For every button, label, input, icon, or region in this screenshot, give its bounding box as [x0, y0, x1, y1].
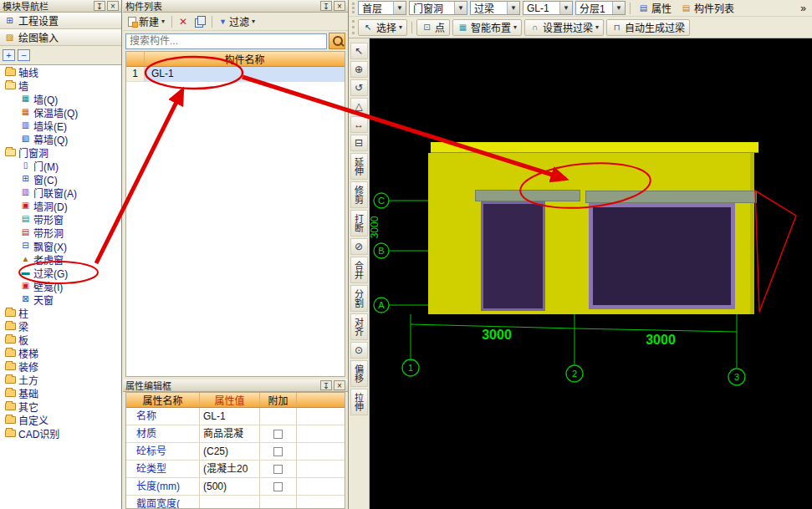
attach-checkbox[interactable] — [273, 482, 283, 491]
layer-dropdown[interactable]: 分层1▼ — [575, 1, 626, 15]
toolbar-grip[interactable] — [352, 20, 355, 34]
scissors-tool-icon[interactable]: ⊘ — [350, 238, 368, 255]
align-tool-button[interactable]: 对齐 — [350, 313, 368, 340]
tree-item-door[interactable]: ▯门(M) — [0, 159, 121, 172]
crosshair-tool-icon[interactable]: ⊕ — [350, 61, 368, 78]
span-dimension-2: 3000 — [646, 333, 676, 347]
expand-all-button[interactable]: + — [3, 49, 15, 61]
header-corner-cell — [126, 52, 145, 66]
attributes-button[interactable]: ▤ 属性 — [635, 1, 675, 16]
tree-item-other[interactable]: 其它 — [0, 400, 121, 413]
smart-layout-button[interactable]: ▦ 智能布置 ▾ — [452, 19, 522, 36]
strip-window-icon: ▤ — [20, 214, 31, 224]
wall-hole-icon: ▣ — [20, 201, 31, 211]
attach-checkbox[interactable] — [273, 447, 283, 456]
tree-item-insulation-wall[interactable]: ▦保温墙(Q) — [0, 105, 121, 119]
pin-icon[interactable]: ↧ — [94, 1, 105, 11]
tree-item-custom[interactable]: 自定义 — [0, 413, 121, 426]
tree-item-cad-recognition[interactable]: CAD识别 — [0, 426, 121, 440]
draw-input-button[interactable]: ▨ 绘图输入 — [0, 29, 121, 46]
pin-icon[interactable]: ↧ — [320, 1, 332, 11]
tree-item-strip-hole[interactable]: ▤带形洞 — [0, 226, 121, 239]
component-list-titlebar: 构件列表 ↧ × — [123, 0, 348, 13]
chevron-down-icon[interactable]: ▼ — [559, 2, 572, 14]
tree-item-foundation[interactable]: 基础 — [0, 386, 121, 400]
component-dropdown[interactable]: GL-1▼ — [523, 1, 573, 15]
tree-item-axis[interactable]: 轴线 — [0, 65, 121, 79]
component-name-cell: GL-1 — [145, 67, 345, 81]
tree-item-skylight[interactable]: ⊠天窗 — [0, 293, 121, 306]
pick-tool-icon[interactable]: ↖ — [350, 43, 368, 59]
project-settings-button[interactable]: ⊞ 工程设置 — [0, 13, 121, 29]
floor-level-dropdown[interactable]: 首层▼ — [358, 1, 406, 15]
tree-item-wall-q[interactable]: ▦墙(Q) — [0, 92, 121, 105]
offset-tool-button[interactable]: 偏移 — [350, 360, 368, 387]
property-table-header: 属性名称 属性值 附加 — [126, 393, 345, 408]
trim-box-tool-icon[interactable]: ⊟ — [350, 135, 368, 151]
component-table: 构件名称 1 GL-1 — [125, 51, 345, 377]
category-dropdown[interactable]: 门窗洞▼ — [409, 1, 467, 15]
component-list-button[interactable]: ▤ 构件列表 — [677, 1, 738, 16]
close-icon[interactable]: × — [107, 1, 119, 11]
tree-item-door-window[interactable]: ▥门联窗(A) — [0, 186, 121, 199]
chevron-down-icon[interactable]: ▼ — [507, 2, 519, 14]
close-icon[interactable]: × — [334, 380, 345, 390]
copy-icon — [195, 16, 205, 27]
copy-component-button[interactable] — [192, 14, 207, 29]
collapse-all-button[interactable]: − — [18, 49, 30, 61]
axis-label-2: 2 — [572, 369, 577, 379]
tree-item-column[interactable]: 柱 — [0, 306, 121, 319]
tree-item-wall-pier[interactable]: ▥墙垛(E) — [0, 119, 121, 132]
tree-item-bay-window[interactable]: ⊟飘窗(X) — [0, 239, 121, 252]
split-tool-button[interactable]: 分割 — [350, 285, 368, 312]
stretch-tool-button[interactable]: 拉伸 — [350, 389, 368, 415]
delete-component-button[interactable]: ✕ — [176, 14, 190, 29]
offset-circle-tool-icon[interactable]: ⊙ — [350, 342, 368, 359]
chevron-down-icon[interactable]: ▼ — [612, 2, 625, 14]
drawing-body: ↖ ⊕ ↺ △ ↔ ⊟ 延伸 修剪 打断 ⊘ 合并 分割 对齐 ⊙ 偏移 拉伸 — [349, 38, 812, 509]
component-list-icon: ▤ — [681, 3, 692, 13]
toolbar-grip[interactable] — [352, 3, 355, 13]
chevron-down-icon[interactable]: ▼ — [393, 2, 406, 14]
filter-button[interactable]: ▼ 过滤 ▾ — [217, 14, 258, 29]
trim-tool-button[interactable]: 修剪 — [350, 181, 368, 208]
tree-item-decoration[interactable]: 装修 — [0, 359, 121, 373]
tree-item-niche[interactable]: ▣壁龛(I) — [0, 279, 121, 293]
tree-item-strip-window[interactable]: ▤带形窗 — [0, 212, 121, 226]
tree-item-openings[interactable]: 门窗洞 — [0, 145, 121, 159]
tree-item-earthwork[interactable]: 土方 — [0, 373, 121, 386]
folder-icon — [5, 403, 16, 410]
tree-item-slab[interactable]: 板 — [0, 333, 121, 346]
toolbar-overflow-button[interactable]: » — [797, 1, 809, 16]
attach-checkbox[interactable] — [273, 430, 283, 439]
tree-item-lintel[interactable]: ▬过梁(G) — [0, 266, 121, 279]
extend-tool-button[interactable]: 延伸 — [350, 153, 368, 180]
break-tool-button[interactable]: 打断 — [350, 210, 368, 237]
tree-item-dormer-window[interactable]: ▲老虎窗 — [0, 252, 121, 266]
move-tool-icon[interactable]: ↔ — [350, 116, 368, 133]
set-arch-lintel-button[interactable]: ∩ 设置拱过梁 ▾ — [524, 19, 604, 36]
search-input[interactable] — [125, 33, 327, 49]
tree-item-wall-hole[interactable]: ▣墙洞(D) — [0, 199, 121, 212]
component-name-header: 构件名称 — [145, 52, 345, 66]
tree-item-stairs[interactable]: 楼梯 — [0, 346, 121, 359]
search-button[interactable] — [329, 33, 345, 49]
auto-generate-lintel-button[interactable]: ⊓ 自动生成过梁 — [606, 19, 690, 36]
tree-item-beam[interactable]: 梁 — [0, 319, 121, 333]
chevron-down-icon[interactable]: ▼ — [454, 2, 467, 14]
point-tool-button[interactable]: ⊡ 点 — [416, 19, 450, 36]
select-tool-button[interactable]: ↖ 选择 ▾ — [358, 19, 407, 36]
tree-item-wall[interactable]: 墙 — [0, 79, 121, 92]
type-dropdown[interactable]: 过梁▼ — [470, 1, 520, 15]
tree-item-curtain-wall[interactable]: ▧幕墙(Q) — [0, 132, 121, 145]
mirror-tool-icon[interactable]: △ — [350, 98, 368, 115]
new-component-button[interactable]: 新建 ▾ — [125, 14, 167, 29]
model-viewport[interactable]: C B A 1 2 3 3000 3000 3000 — [370, 38, 812, 509]
component-row[interactable]: 1 GL-1 — [126, 67, 345, 82]
rotate-tool-icon[interactable]: ↺ — [350, 79, 368, 96]
pin-icon[interactable]: ↧ — [320, 380, 332, 390]
merge-tool-button[interactable]: 合并 — [350, 257, 368, 283]
close-icon[interactable]: × — [334, 1, 345, 11]
attach-checkbox[interactable] — [273, 465, 283, 474]
tree-item-window[interactable]: ⊞窗(C) — [0, 172, 121, 186]
